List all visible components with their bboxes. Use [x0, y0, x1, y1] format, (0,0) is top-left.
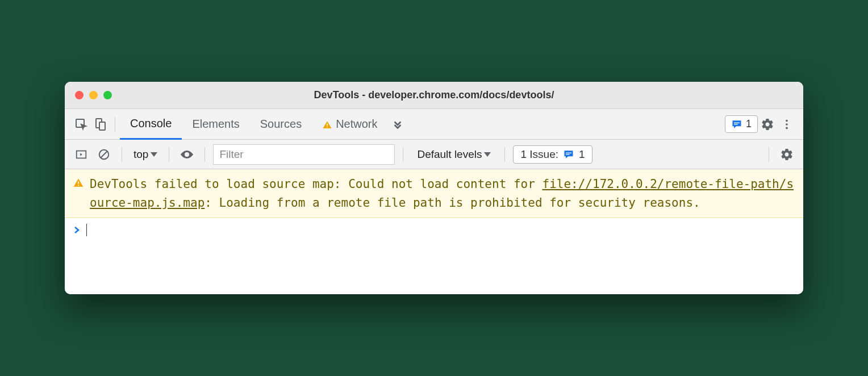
- message-icon: [563, 149, 574, 160]
- messages-count: 1: [746, 118, 752, 130]
- device-toolbar-icon[interactable]: [91, 115, 110, 134]
- issues-count: 1: [579, 148, 585, 161]
- devtools-window: DevTools - developer.chrome.com/docs/dev…: [65, 82, 803, 294]
- divider: [504, 147, 505, 162]
- divider: [769, 147, 769, 162]
- console-toolbar: top Default levels 1 Issue: 1: [65, 140, 803, 169]
- svg-rect-17: [78, 185, 79, 186]
- tab-label: Elements: [192, 118, 239, 131]
- console-body: DevTools failed to load source map: Coul…: [65, 169, 803, 294]
- divider: [122, 147, 122, 162]
- svg-line-12: [101, 151, 107, 157]
- messages-badge[interactable]: 1: [725, 115, 758, 133]
- clear-console-icon[interactable]: [94, 145, 114, 164]
- titlebar: DevTools - developer.chrome.com/docs/dev…: [65, 82, 803, 109]
- prompt-chevron-icon: [74, 226, 81, 234]
- warning-text-prefix: DevTools failed to load source map: Coul…: [90, 177, 542, 191]
- divider: [205, 147, 205, 162]
- log-levels-selector[interactable]: Default levels: [411, 148, 496, 161]
- svg-point-8: [786, 123, 788, 126]
- chevron-down-icon: [151, 152, 157, 157]
- warning-icon: [73, 177, 84, 189]
- maximize-window-button[interactable]: [103, 91, 112, 99]
- minimize-window-button[interactable]: [89, 91, 98, 99]
- console-warning-row: DevTools failed to load source map: Coul…: [65, 169, 803, 218]
- svg-rect-3: [327, 123, 328, 126]
- svg-rect-6: [734, 124, 738, 124]
- tab-label: Console: [130, 117, 172, 130]
- svg-point-13: [186, 153, 188, 156]
- warning-message: DevTools failed to load source map: Coul…: [90, 175, 794, 212]
- svg-rect-15: [566, 154, 570, 154]
- more-menu-icon[interactable]: [777, 115, 796, 134]
- console-settings-icon[interactable]: [777, 145, 796, 164]
- warning-icon: [322, 120, 332, 129]
- settings-icon[interactable]: [758, 115, 777, 134]
- message-icon: [731, 119, 742, 130]
- divider: [115, 117, 115, 132]
- svg-rect-5: [734, 122, 740, 123]
- live-expression-icon[interactable]: [177, 145, 197, 164]
- tab-label: Sources: [260, 118, 302, 131]
- issues-label: 1 Issue:: [520, 148, 558, 161]
- tab-console[interactable]: Console: [120, 109, 182, 140]
- main-tabbar: Console Elements Sources Network: [65, 109, 803, 140]
- window-title: DevTools - developer.chrome.com/docs/dev…: [65, 89, 803, 101]
- filter-input[interactable]: [213, 144, 395, 165]
- more-tabs-icon[interactable]: [388, 115, 407, 134]
- svg-rect-4: [327, 127, 328, 128]
- svg-point-9: [786, 127, 788, 129]
- context-label: top: [133, 148, 148, 161]
- issues-badge[interactable]: 1 Issue: 1: [513, 145, 592, 164]
- inspect-element-icon[interactable]: [72, 115, 91, 134]
- close-window-button[interactable]: [75, 91, 84, 99]
- svg-point-7: [786, 119, 788, 122]
- toggle-sidebar-icon[interactable]: [72, 145, 91, 164]
- chevron-down-icon: [484, 152, 491, 157]
- tab-elements[interactable]: Elements: [182, 109, 249, 140]
- levels-label: Default levels: [417, 148, 482, 161]
- divider: [169, 147, 169, 162]
- tab-network[interactable]: Network: [312, 109, 387, 140]
- traffic-lights: [75, 91, 112, 99]
- tab-label: Network: [336, 118, 377, 131]
- svg-rect-14: [566, 152, 571, 153]
- execution-context-selector[interactable]: top: [130, 148, 161, 161]
- svg-rect-2: [99, 122, 105, 130]
- tab-sources[interactable]: Sources: [250, 109, 312, 140]
- svg-rect-16: [78, 182, 79, 184]
- divider: [403, 147, 403, 162]
- warning-text-suffix: : Loading from a remote file path is pro…: [205, 196, 700, 210]
- text-cursor: [86, 224, 87, 236]
- console-prompt[interactable]: [65, 218, 803, 242]
